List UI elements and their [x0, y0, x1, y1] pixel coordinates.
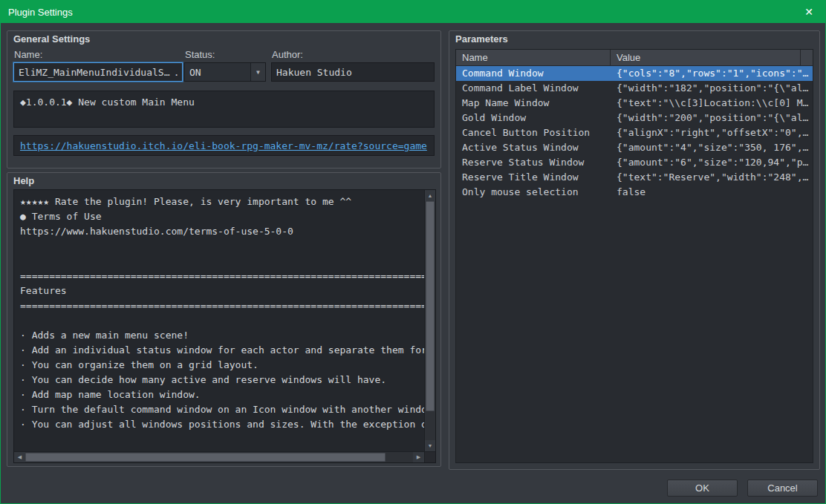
param-name: Only mouse selection — [456, 185, 611, 200]
column-header-extra — [801, 50, 813, 65]
horizontal-scrollbar[interactable]: ◀ ▶ — [14, 451, 424, 462]
param-name: Reserve Status Window — [456, 155, 611, 170]
param-name: Gold Window — [456, 111, 611, 125]
param-value: {"width":"200","position":"{\"al… — [611, 111, 813, 125]
arrow-left-icon: ◀ — [18, 454, 22, 460]
author-label: Author: — [272, 49, 303, 60]
titlebar[interactable]: Plugin Settings — [1, 1, 825, 23]
vertical-scrollbar[interactable]: ▲ ▼ — [424, 190, 435, 451]
horizontal-scroll-thumb[interactable] — [25, 453, 386, 462]
table-row[interactable]: Active Status Window {"amount":"4","size… — [456, 140, 813, 155]
table-row[interactable]: Cancel Button Position {"alignX":"right"… — [456, 125, 813, 140]
param-name: Map Name Window — [456, 96, 611, 111]
ok-button[interactable]: OK — [667, 480, 738, 497]
rate-link[interactable]: https://hakuenstudio.itch.io/eli-book-rp… — [20, 140, 427, 151]
table-row[interactable]: Gold Window {"width":"200","position":"{… — [456, 111, 813, 125]
status-dropdown[interactable]: ON ▼ — [184, 62, 266, 82]
param-name: Reserve Title Window — [456, 170, 611, 185]
param-name: Command Window — [456, 66, 611, 81]
param-value: {"amount":"6","size":"120,94","p… — [611, 155, 813, 170]
param-value: {"amount":"4","size":"350, 176",… — [611, 140, 813, 155]
param-name: Active Status Window — [456, 140, 611, 155]
table-row[interactable]: Reserve Status Window {"amount":"6","siz… — [456, 155, 813, 170]
plugin-settings-dialog: Plugin Settings ✕ General Settings Name:… — [0, 0, 826, 504]
help-group: Help ★★★★★ Rate the plugin! Please, is v… — [7, 172, 441, 467]
close-button[interactable]: ✕ — [793, 1, 825, 23]
window-title: Plugin Settings — [8, 7, 73, 18]
table-row[interactable]: Command Window {"cols":"8","rows":"1","i… — [456, 66, 813, 81]
rate-link-box: https://hakuenstudio.itch.io/eli-book-rp… — [13, 135, 435, 156]
general-settings-title: General Settings — [13, 33, 90, 45]
author-input[interactable] — [271, 62, 435, 82]
help-title: Help — [13, 175, 34, 186]
plugin-name-input[interactable] — [13, 62, 183, 82]
param-name: Command Label Window — [456, 81, 611, 96]
vertical-scroll-thumb[interactable] — [426, 201, 435, 411]
table-row[interactable]: Map Name Window {"text":"\\c[3]Location:… — [456, 96, 813, 111]
table-row[interactable]: Reserve Title Window {"text":"Reserve","… — [456, 170, 813, 185]
param-value: {"text":"Reserve","width":"248",… — [611, 170, 813, 185]
table-row[interactable]: Only mouse selection false — [456, 185, 813, 200]
parameters-table: Name Value Command Window {"cols":"8","r… — [455, 49, 813, 463]
parameters-group: Parameters Name Value Command Window {"c… — [449, 30, 820, 470]
scroll-down-button[interactable]: ▼ — [425, 440, 435, 451]
param-value: {"cols":"8","rows":"1","icons":"… — [611, 66, 813, 81]
scrollbar-corner — [424, 451, 435, 462]
cancel-button[interactable]: Cancel — [747, 480, 818, 497]
plugin-description: ◆1.0.0.1◆ New custom Main Menu — [13, 91, 435, 128]
param-value: {"width":"182","position":"{\"al… — [611, 81, 813, 96]
column-header-name[interactable]: Name — [456, 50, 611, 65]
chevron-down-icon: ▼ — [250, 63, 265, 81]
param-name: Cancel Button Position — [456, 125, 611, 140]
status-value: ON — [185, 67, 250, 78]
arrow-down-icon: ▼ — [428, 443, 433, 448]
arrow-right-icon: ▶ — [417, 454, 420, 460]
scroll-left-button[interactable]: ◀ — [14, 452, 25, 462]
name-label: Name: — [14, 49, 42, 60]
status-label: Status: — [185, 49, 215, 60]
scroll-right-button[interactable]: ▶ — [413, 452, 424, 462]
scroll-up-button[interactable]: ▲ — [425, 190, 435, 201]
help-textarea[interactable]: ★★★★★ Rate the plugin! Please, is very i… — [13, 189, 436, 463]
horizontal-scroll-track[interactable] — [25, 452, 413, 462]
vertical-scroll-track[interactable] — [425, 201, 435, 440]
close-icon: ✕ — [804, 6, 813, 18]
help-text: ★★★★★ Rate the plugin! Please, is very i… — [14, 190, 424, 451]
arrow-up-icon: ▲ — [428, 193, 433, 198]
table-row[interactable]: Command Label Window {"width":"182","pos… — [456, 81, 813, 96]
param-value: {"alignX":"right","offsetX":"0",… — [611, 125, 813, 140]
param-value: false — [611, 185, 813, 200]
table-header: Name Value — [456, 50, 813, 66]
column-header-value[interactable]: Value — [611, 50, 801, 65]
parameters-title: Parameters — [455, 33, 508, 45]
general-settings-group: General Settings Name: Status: Author: O… — [7, 30, 441, 168]
param-value: {"text":"\\c[3]Location:\\c[0] M… — [611, 96, 813, 111]
